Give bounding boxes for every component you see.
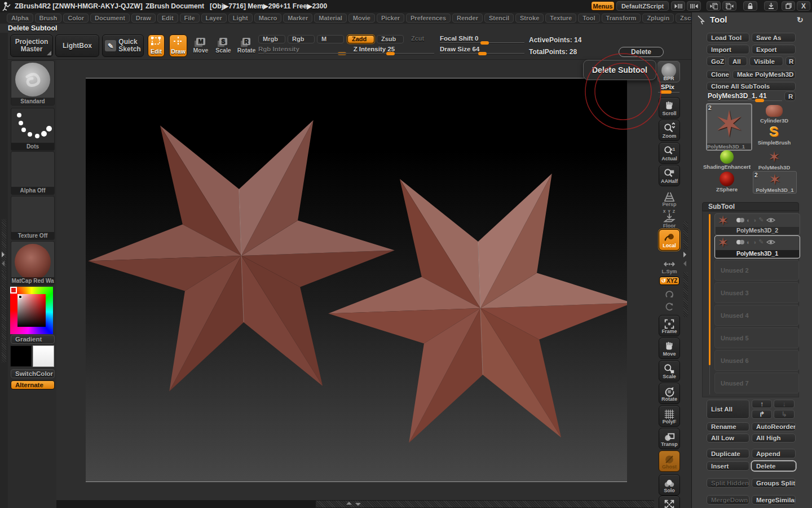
all-button[interactable]: All [728, 56, 747, 66]
tool-thumbnail-polymesh3d_1[interactable]: 2✶PolyMesh3D_1 [753, 171, 797, 194]
menu-tool[interactable]: Tool [578, 14, 599, 23]
merge-similar-button[interactable]: MergeSimilar [752, 495, 796, 505]
zcut-button[interactable]: Zcut [407, 35, 434, 43]
focal-shift-handle[interactable] [480, 41, 489, 45]
shelf-move-button[interactable]: Move [659, 338, 680, 359]
shelf-scale-button[interactable]: Scale [659, 360, 680, 382]
right-divider-rail[interactable] [681, 60, 691, 508]
subtool-slot-unused-7[interactable]: Unused 7 [714, 373, 799, 393]
z-intensity-slider[interactable]: Z Intensity 25 [308, 46, 434, 55]
z-intensity-handle[interactable] [386, 52, 395, 55]
menu-zplugin[interactable]: Zplugin [642, 14, 674, 23]
prev-document-icon[interactable] [707, 1, 721, 11]
menu-alpha[interactable]: Alpha [7, 14, 33, 23]
menu-transform[interactable]: Transform [602, 14, 641, 23]
rail-collapse-icon[interactable] [2, 261, 5, 266]
zsub-button[interactable]: Zsub [377, 35, 404, 43]
export-button[interactable]: Export [752, 45, 796, 54]
m-button[interactable]: M [317, 35, 344, 43]
divider-collapse-icon[interactable] [683, 261, 686, 266]
menus-button[interactable]: Menus [591, 1, 615, 11]
shelf-floor-button[interactable]: X Y ZFloor [659, 208, 680, 230]
draw-size-handle[interactable] [478, 52, 487, 55]
tool-thumbnail-polymesh3d_1[interactable]: 2✶PolyMesh3D_1 [706, 103, 752, 151]
subtool-slot-unused-6[interactable]: Unused 6 [714, 350, 799, 371]
shelf-persp-button[interactable]: Persp [659, 188, 680, 209]
split-hidden-button[interactable]: Split Hidden [707, 478, 749, 488]
material-thumbnail[interactable]: MatCap Red Wa [11, 241, 55, 285]
rgb-button[interactable]: Rgb [288, 35, 315, 43]
draw-button[interactable]: Draw [169, 34, 187, 57]
clone-button[interactable]: Clone [707, 70, 730, 79]
tool-thumbnail-simplebrush[interactable]: SSimpleBrush [753, 125, 796, 146]
import-button[interactable]: Import [707, 45, 749, 54]
scale-button[interactable]: S Scale [214, 34, 232, 57]
shelf-polyf-button[interactable]: PolyF [659, 405, 680, 427]
visibility-eye-icon[interactable] [766, 239, 775, 246]
active-tool-slider[interactable]: PolyMesh3D_1. 41 [708, 91, 782, 101]
active-tool-handle[interactable] [755, 99, 764, 102]
visibility-eye-icon[interactable] [766, 217, 775, 224]
zadd-button[interactable]: Zadd [347, 35, 374, 43]
shelf-roty-button[interactable] [662, 289, 677, 300]
left-divider-rail[interactable] [0, 33, 8, 508]
shelf-frame-button[interactable]: Frame [659, 315, 680, 336]
bpr-button[interactable]: BPR [657, 61, 680, 82]
menu-movie[interactable]: Movie [348, 14, 375, 23]
duplicate-button[interactable]: Duplicate [707, 449, 749, 458]
rotate-button[interactable]: R Rotate [237, 34, 256, 57]
shelf-scroll-button[interactable]: Scroll [659, 97, 680, 119]
menu-stroke[interactable]: Stroke [515, 14, 544, 23]
scroll-up-icon[interactable] [346, 502, 352, 505]
uv-icon[interactable]: ◐ [747, 239, 751, 246]
shelf-local-button[interactable]: Local [659, 229, 680, 251]
brush-thumbnail[interactable]: Standard [11, 60, 55, 106]
restore-icon[interactable] [782, 1, 795, 11]
bottom-scrollbar[interactable] [56, 500, 691, 508]
alpha-thumbnail[interactable]: Alpha Off [11, 151, 55, 195]
goz-button[interactable]: GoZ [707, 56, 726, 66]
shelf-rotz-button[interactable] [662, 301, 677, 313]
polypaint-icon[interactable] [736, 240, 744, 244]
subtool-item-polymesh3d_2[interactable]: ✶◐◑✎PolyMesh3D_2 [714, 213, 800, 235]
scroll-left-icon[interactable] [671, 1, 685, 11]
shelf-zoom-button[interactable]: Zoom [659, 120, 680, 141]
paint-brush-icon[interactable]: ✎ [758, 216, 764, 224]
color-picker[interactable] [10, 287, 53, 334]
autoreorder-button[interactable]: AutoReorder [752, 422, 796, 431]
subtool-scrollbar[interactable] [709, 214, 710, 365]
projection-master-button[interactable]: Projection Master [10, 34, 53, 57]
all-high-button[interactable]: All High [752, 433, 796, 443]
subtool-slot-unused-4[interactable]: Unused 4 [714, 305, 799, 326]
shelf-actual-button[interactable]: x1Actual [659, 142, 680, 164]
quick-sketch-button[interactable]: ✎ Quick Sketch [102, 34, 144, 57]
next-document-icon[interactable] [722, 1, 736, 11]
alternate-button[interactable]: Alternate [11, 380, 55, 389]
uv-icon[interactable]: ◐ [747, 217, 751, 224]
secondary-color-swatch[interactable] [33, 345, 54, 367]
draw-size-slider[interactable]: Draw Size 64 [440, 46, 524, 55]
menu-edit[interactable]: Edit [157, 14, 178, 23]
save-as-button[interactable]: Save As [752, 33, 796, 42]
insert-button[interactable]: Insert [707, 461, 749, 471]
menu-draw[interactable]: Draw [131, 14, 156, 23]
list-all-button[interactable]: List All [707, 400, 749, 419]
shelf-solo-button[interactable]: Solo [659, 474, 680, 496]
menu-light[interactable]: Light [228, 14, 253, 23]
restore-config-icon[interactable]: ↻ [797, 15, 804, 24]
subtool-item-polymesh3d_1[interactable]: ✶◐◑✎PolyMesh3D_1 [714, 235, 800, 259]
spix-handle[interactable] [660, 90, 672, 94]
menu-color[interactable]: Color [63, 14, 89, 23]
menu-render[interactable]: Render [452, 14, 483, 23]
subtool-header[interactable]: SubTool [702, 202, 799, 211]
delete-hover-button[interactable]: Delete [619, 47, 664, 57]
menu-macro[interactable]: Macro [254, 14, 281, 23]
stroke-thumbnail[interactable]: Dots [11, 108, 55, 151]
r-button[interactable]: R [785, 56, 796, 66]
mrgb-button[interactable]: Mrgb [258, 35, 285, 43]
rename-button[interactable]: Rename [707, 422, 749, 431]
displacement-icon[interactable]: ◑ [753, 239, 757, 246]
subtool-move-down-button[interactable]: ↳ [774, 410, 795, 419]
load-tool-button[interactable]: Load Tool [707, 33, 749, 42]
tool-thumbnail-cylinder3d[interactable]: Cylinder3D [753, 104, 796, 124]
